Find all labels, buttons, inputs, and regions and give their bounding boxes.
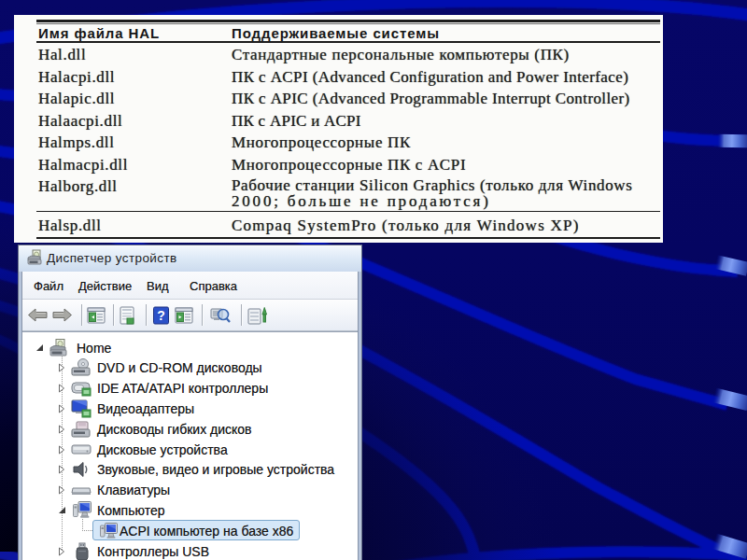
svg-text:?: ? [157,308,165,323]
